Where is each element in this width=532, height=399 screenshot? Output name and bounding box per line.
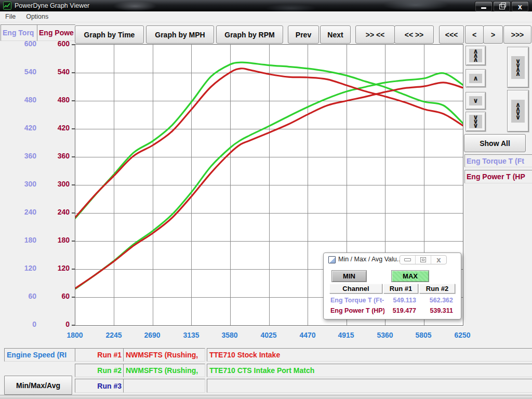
minmax-dialog-icon bbox=[328, 256, 336, 263]
torque-y-tick-label: 120 bbox=[0, 264, 36, 272]
y-axis-tick-mark bbox=[72, 156, 75, 157]
dialog-restore-button[interactable] bbox=[415, 256, 431, 264]
y-scale-down-fast-button[interactable]: ∨ ∨ ∨ bbox=[466, 112, 486, 131]
show-all-button[interactable]: Show All bbox=[464, 134, 526, 152]
close-button[interactable]: x bbox=[511, 1, 529, 12]
torque-max-run2-value: 562.362 bbox=[420, 297, 453, 304]
run2-label-box[interactable]: Run #2 bbox=[75, 364, 125, 377]
max-tab-button[interactable]: MAX bbox=[391, 270, 429, 282]
rpm-x-tick-label: 3135 bbox=[173, 331, 209, 339]
run2-description-box[interactable]: TTE710 CTS Intake Port Match bbox=[207, 364, 532, 377]
run3-file-box[interactable] bbox=[123, 379, 205, 393]
y-compress-button[interactable]: ∨ ∨ ∧ ∧ bbox=[507, 47, 529, 88]
y-scale-down-button[interactable]: ∨ bbox=[466, 92, 486, 110]
power-y-tick-label: 480 bbox=[38, 96, 70, 104]
minimize-button[interactable] bbox=[475, 1, 493, 12]
torque-axis-channel-label: Eng Torq bbox=[3, 29, 34, 37]
min-tab-button[interactable]: MIN bbox=[331, 270, 367, 282]
y-scale-up-button[interactable]: ∧ bbox=[466, 69, 486, 87]
torque-row-channel: Eng Torque T (Ft- bbox=[330, 297, 384, 304]
power-y-tick-label: 600 bbox=[38, 39, 70, 48]
run2-file-box[interactable]: NWMSFTS (Rushing, bbox=[123, 364, 205, 377]
scroll-far-right-button[interactable]: >>> bbox=[503, 25, 531, 44]
torque-y-tick-label: 300 bbox=[0, 180, 36, 188]
torque-y-tick-label: 540 bbox=[0, 68, 36, 76]
minimize-icon bbox=[481, 7, 486, 9]
graph-by-mph-button[interactable]: Graph by MPH bbox=[146, 25, 214, 44]
power-y-tick-label: 120 bbox=[38, 264, 70, 272]
rpm-x-tick-label: 2690 bbox=[134, 331, 170, 339]
legend-power-label: Eng Power T (HP bbox=[467, 172, 525, 181]
y-expand-button[interactable]: ∧ ∧ ∨ ∨ bbox=[507, 90, 529, 132]
rpm-x-tick-label: 4025 bbox=[250, 331, 287, 339]
x-axis-channel-label: Engine Speed (RI bbox=[7, 351, 66, 359]
prev-button[interactable]: Prev bbox=[288, 25, 319, 44]
torque-axis-channel-button[interactable]: Eng Torq bbox=[1, 24, 38, 41]
rpm-x-tick-label: 4470 bbox=[289, 331, 326, 339]
legend-torque-channel[interactable]: Eng Torque T (Ft bbox=[464, 154, 532, 167]
run1-file-box[interactable]: NWMSFTS (Rushing, bbox=[123, 348, 205, 362]
zoom-out-x-button[interactable]: << >> bbox=[394, 25, 434, 44]
minmax-dialog-titlebar[interactable]: Min / Max / Avg Valu... x bbox=[324, 253, 461, 265]
channel-column-header[interactable]: Channel bbox=[329, 284, 382, 294]
scroll-far-left-button[interactable]: <<< bbox=[439, 25, 464, 44]
run1-column-header[interactable]: Run #1 bbox=[383, 284, 418, 294]
rpm-x-tick-label: 2245 bbox=[96, 331, 132, 339]
power-y-tick-label: 0 bbox=[38, 320, 70, 328]
power-y-tick-label: 180 bbox=[38, 236, 70, 244]
run3-description-box[interactable] bbox=[207, 379, 532, 393]
power-y-tick-label: 300 bbox=[38, 180, 70, 188]
run2-file: NWMSFTS (Rushing, bbox=[126, 366, 198, 375]
zoom-in-x-button[interactable]: >> << bbox=[355, 25, 395, 44]
run1-label-box[interactable]: Run #1 bbox=[75, 348, 125, 362]
rpm-x-tick-label: 6250 bbox=[444, 331, 481, 339]
power-y-tick-label: 240 bbox=[38, 208, 70, 216]
torque-y-tick-label: 600 bbox=[0, 39, 36, 48]
dialog-close-icon: x bbox=[436, 257, 441, 263]
graph-by-rpm-button[interactable]: Graph by RPM bbox=[216, 25, 283, 44]
torque-y-tick-label: 420 bbox=[0, 124, 36, 132]
legend-power-channel[interactable]: Eng Power T (HP bbox=[464, 170, 532, 183]
rpm-x-tick-label: 4915 bbox=[328, 331, 364, 339]
legend-torque-label: Eng Torque T (Ft bbox=[467, 157, 524, 165]
y-axis-tick-mark bbox=[72, 128, 75, 129]
run1-description: TTE710 Stock Intake bbox=[209, 351, 280, 359]
run2-description: TTE710 CTS Intake Port Match bbox=[209, 366, 314, 375]
power-axis-channel-button[interactable]: Eng Powe bbox=[37, 24, 75, 41]
y-axis-tick-mark bbox=[72, 184, 75, 185]
power-y-tick-label: 540 bbox=[38, 68, 70, 76]
menu-file[interactable]: File bbox=[0, 11, 21, 22]
chevron-down-icon: ∨ bbox=[469, 96, 482, 105]
dialog-minimize-button[interactable] bbox=[400, 256, 415, 264]
power-row-channel: Eng Power T (HP) bbox=[330, 307, 384, 314]
dialog-close-button[interactable]: x bbox=[431, 256, 446, 264]
rpm-x-tick-label: 5360 bbox=[367, 331, 403, 339]
power-axis-channel-label: Eng Powe bbox=[39, 29, 74, 37]
rpm-x-tick-label: 3580 bbox=[211, 331, 248, 339]
next-button[interactable]: Next bbox=[320, 25, 351, 44]
y-axis-tick-mark bbox=[72, 297, 75, 298]
run1-label: Run #1 bbox=[97, 351, 122, 359]
power-max-run2-value: 539.311 bbox=[420, 307, 453, 314]
y-scale-up-fast-button[interactable]: ∧ ∧ ∧ bbox=[466, 46, 486, 65]
run1-file: NWMSFTS (Rushing, bbox=[126, 351, 198, 359]
menu-options[interactable]: Options bbox=[21, 11, 54, 22]
window-bottom-frame bbox=[0, 395, 532, 399]
power-y-tick-label: 60 bbox=[38, 292, 70, 300]
triple-chevron-down-icon: ∨ ∨ ∨ bbox=[469, 115, 482, 128]
run3-label: Run #3 bbox=[97, 382, 122, 390]
triple-chevron-up-icon: ∧ ∧ ∧ bbox=[469, 49, 482, 62]
run2-column-header[interactable]: Run #2 bbox=[419, 284, 455, 294]
graph-by-time-button[interactable]: Graph by Time bbox=[75, 25, 144, 44]
title-bar[interactable]: PowerDyne Graph Viewer x bbox=[0, 0, 532, 12]
scroll-right-button[interactable]: > bbox=[483, 25, 503, 44]
minmax-dialog[interactable]: Min / Max / Avg Valu... x MIN MAX Channe… bbox=[323, 252, 461, 320]
dialog-minimize-icon bbox=[404, 258, 411, 261]
restore-button[interactable] bbox=[493, 1, 511, 12]
scroll-left-button[interactable]: < bbox=[465, 25, 484, 44]
run3-label-box[interactable]: Run #3 bbox=[75, 379, 125, 393]
x-axis-channel-button[interactable]: Engine Speed (RI bbox=[4, 348, 76, 362]
run1-description-box[interactable]: TTE710 Stock Intake bbox=[207, 348, 532, 362]
minmaxavg-button[interactable]: Min/Max/Avg bbox=[4, 376, 72, 395]
chevrons-inward-icon: ∨ ∨ ∧ ∧ bbox=[511, 56, 525, 79]
